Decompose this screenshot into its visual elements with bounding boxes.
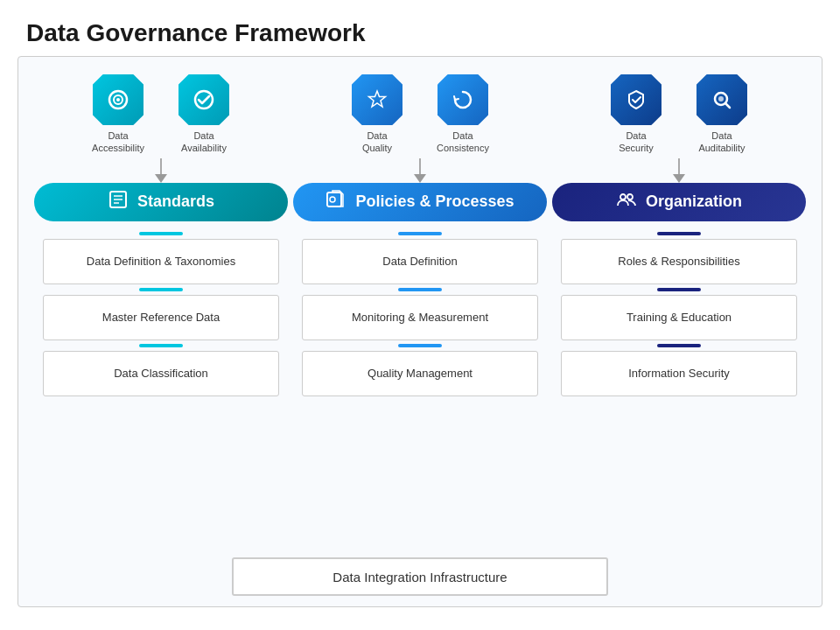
icon-consistency: DataConsistency [428,74,498,155]
accessibility-icon [93,74,144,125]
pol-hline3 [398,344,442,347]
std-hline3 [139,344,183,347]
org-hline1 [657,232,701,235]
pol-box-2: Monitoring & Measurement [302,295,538,340]
icon-quality: DataQuality [342,74,412,155]
std-hline2 [139,288,183,291]
standards-top-col: DataAccessibility DataAvailability [34,74,288,183]
pol-hline2 [398,288,442,291]
icon-availability: DataAvailability [169,74,239,155]
policies-banner-icon [326,189,346,214]
security-label: DataSecurity [619,130,654,155]
accessibility-label: DataAccessibility [92,130,144,155]
availability-label: DataAvailability [181,130,227,155]
org-vert-line [678,158,680,174]
org-banner: Organization [552,183,806,221]
security-icon [611,74,662,125]
org-top-col: DataSecurity DataAuditability [552,74,806,183]
standards-content-col: Data Definition & Taxonomies Master Refe… [34,228,288,396]
policies-vert-line [419,158,421,174]
std-hline1 [139,232,183,235]
svg-point-14 [620,194,626,200]
standards-banner-label: Standards [137,192,214,211]
svg-point-7 [718,96,724,102]
columns-row: Data Definition & Taxonomies Master Refe… [32,228,808,396]
icon-auditability: DataAuditability [687,74,757,155]
availability-icon [178,74,229,125]
org-arrow [673,174,685,183]
consistency-icon [438,74,488,125]
auditability-icon [696,74,747,125]
std-box-3: Data Classification [43,351,279,396]
auditability-label: DataAuditability [698,130,745,155]
pol-box-1: Data Definition [302,239,538,284]
pol-hline1 [398,232,442,235]
standards-banner-icon [108,189,129,214]
standards-arrow [155,174,167,183]
standards-banner: Standards [34,183,288,221]
svg-point-13 [330,197,335,202]
icon-accessibility: DataAccessibility [83,74,153,155]
svg-point-15 [627,194,633,200]
org-banner-icon [616,189,637,214]
policies-arrow [414,174,426,183]
org-content-col: Roles & Responsibilities Training & Educ… [552,228,806,396]
consistency-label: DataConsistency [437,130,489,155]
main-container: DataAccessibility DataAvailability [18,56,822,607]
pol-box-3: Quality Management [302,351,538,396]
page-title: Data Governance Framework [0,0,840,56]
std-box-2: Master Reference Data [43,295,279,340]
svg-point-2 [116,98,120,102]
icon-security: DataSecurity [601,74,671,155]
policies-banner-label: Policies & Processes [355,192,514,211]
org-banner-label: Organization [646,192,742,211]
org-hline2 [657,288,701,291]
standards-vert-line [160,158,162,174]
std-box-1: Data Definition & Taxonomies [43,239,279,284]
quality-icon [352,74,402,125]
org-box-2: Training & Education [561,295,797,340]
bottom-label: Data Integration Infrastructure [332,570,507,584]
policies-top-col: DataQuality DataConsistency [293,74,547,183]
policies-content-col: Data Definition Monitoring & Measurement… [293,228,547,396]
quality-label: DataQuality [362,130,392,155]
policies-banner: Policies & Processes [293,183,547,221]
org-box-3: Information Security [561,351,797,396]
org-hline3 [657,344,701,347]
svg-line-6 [725,103,730,108]
headers-row: Standards Policies & Processes [32,183,808,221]
org-box-1: Roles & Responsibilities [561,239,797,284]
svg-marker-4 [369,91,386,107]
bottom-banner: Data Integration Infrastructure [232,557,608,596]
